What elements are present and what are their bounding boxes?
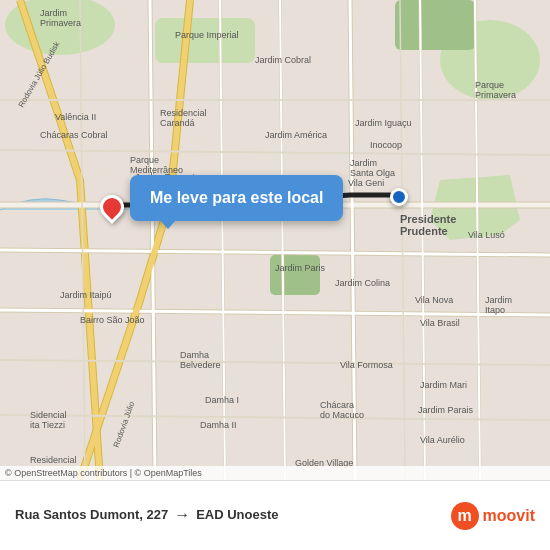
location-pin xyxy=(100,195,124,219)
route-arrow: → xyxy=(174,506,190,524)
route-info: Rua Santos Dumont, 227 → EAD Unoeste xyxy=(15,506,451,526)
bottom-bar: Rua Santos Dumont, 227 → EAD Unoeste m m… xyxy=(0,480,550,550)
svg-rect-2 xyxy=(155,18,255,63)
svg-rect-6 xyxy=(270,255,320,295)
map-container: JardimPrimavera Parque Imperial Jardim C… xyxy=(0,0,550,480)
copyright-text: © OpenStreetMap contributors | © OpenMap… xyxy=(5,468,202,478)
svg-rect-4 xyxy=(395,0,475,50)
moovit-text: moovit xyxy=(483,507,535,525)
tooltip-text: Me leve para este local xyxy=(150,189,323,206)
route-to: EAD Unoeste xyxy=(196,507,278,522)
route-row: Rua Santos Dumont, 227 → EAD Unoeste xyxy=(15,506,451,524)
moovit-logo: m moovit xyxy=(451,502,535,530)
moovit-icon: m xyxy=(451,502,479,530)
tooltip[interactable]: Me leve para este local xyxy=(130,175,343,221)
route-from: Rua Santos Dumont, 227 xyxy=(15,507,168,522)
copyright-bar: © OpenStreetMap contributors | © OpenMap… xyxy=(0,466,550,480)
destination-dot xyxy=(390,188,408,206)
pin-circle xyxy=(95,190,129,224)
